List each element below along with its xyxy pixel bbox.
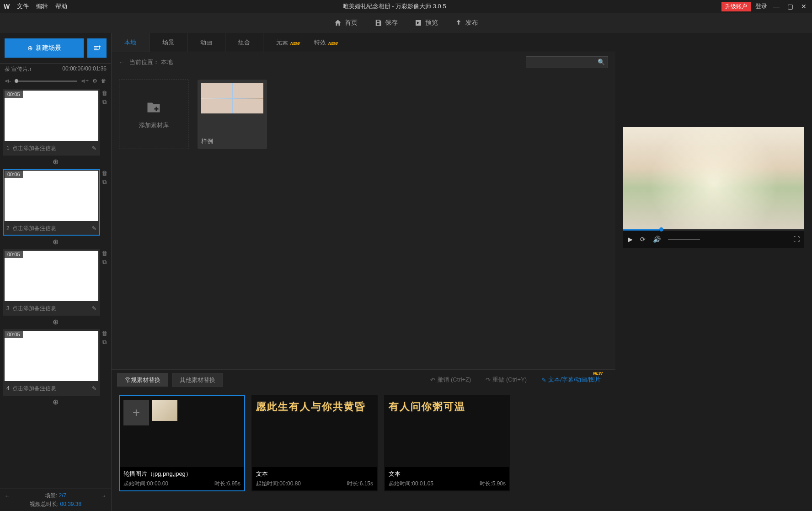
menu-help[interactable]: 帮助 [55, 2, 67, 11]
home-icon [334, 19, 342, 27]
add-scene-button[interactable]: ⊕ [3, 317, 108, 326]
trash-icon[interactable]: 🗑 [100, 170, 108, 177]
location-label: 当前位置： 本地 [129, 58, 173, 66]
scene-note[interactable]: 点击添加备注信息 [12, 305, 92, 312]
trash-icon[interactable]: 🗑 [100, 330, 108, 337]
material-item[interactable]: 愿此生有人与你共黄昏文本起始时间:00:00.80时长:6.15s [251, 395, 378, 491]
add-scene-button[interactable]: ⊕ [3, 157, 108, 166]
material-title: 文本 [256, 470, 373, 478]
play-button[interactable]: ▶ [628, 236, 633, 243]
minimize-button[interactable]: — [772, 3, 781, 10]
preview-volume-slider[interactable] [668, 239, 700, 240]
vol-down-button[interactable]: ⊲- [5, 78, 11, 84]
vol-up-button[interactable]: ⊲+ [81, 78, 89, 84]
image-thumb [152, 400, 177, 421]
login-button[interactable]: 登录 [755, 2, 767, 11]
scene-note[interactable]: 点击添加备注信息 [12, 145, 92, 152]
replace-tab[interactable]: 其他素材替换 [172, 373, 223, 387]
menu-edit[interactable]: 编辑 [36, 2, 48, 11]
scene-time: 00:05 [5, 331, 23, 338]
tab-本地[interactable]: 本地 [112, 33, 150, 52]
material-title: 轮播图片（jpg,png,jpeg） [123, 470, 240, 478]
window-title: 唯美婚礼纪念相册 - 万彩影像大师 3.0.5 [67, 2, 721, 11]
mute-button[interactable]: 🔊 [653, 236, 661, 243]
add-scene-button[interactable]: ⊕ [3, 237, 108, 246]
home-button[interactable]: 首页 [334, 19, 358, 27]
plus-icon: ⊕ [27, 44, 33, 52]
assets-panel: 本地场景动画组合元素NEW特效NEW ← 当前位置： 本地 🔍 添加素材库 样例 [112, 33, 615, 511]
scene-time: 00:06 [5, 171, 23, 178]
tab-元素[interactable]: 元素NEW [263, 33, 301, 52]
prev-scene-button[interactable]: ← [5, 493, 10, 499]
scene-time: 00:05 [5, 251, 23, 258]
scene-item[interactable]: 00:054点击添加备注信息✎ [3, 329, 100, 396]
save-button[interactable]: 保存 [374, 19, 398, 27]
text-preview: 愿此生有人与你共黄昏 [256, 400, 366, 414]
next-scene-button[interactable]: → [101, 493, 107, 499]
tab-动画[interactable]: 动画 [187, 33, 225, 52]
material-item[interactable]: +轮播图片（jpg,png,jpeg）起始时间:00:00.00时长:6.95s [119, 395, 245, 491]
sample-folder[interactable]: 样例 [198, 80, 267, 149]
trash-icon[interactable]: 🗑 [100, 90, 108, 97]
add-library-button[interactable]: 添加素材库 [119, 80, 188, 149]
scene-item[interactable]: 00:051点击添加备注信息✎ [3, 89, 100, 156]
preview-panel: ▶ ⟳ 🔊 ⛶ [615, 33, 812, 511]
main-toolbar: 首页 保存 预览 发布 [0, 13, 812, 33]
file-name: 茶 宣传片.r [5, 65, 32, 73]
trash-icon[interactable]: 🗑 [100, 250, 108, 257]
edit-icon[interactable]: ✎ [92, 305, 96, 312]
volume-slider[interactable] [15, 81, 77, 82]
close-button[interactable]: ✕ [799, 3, 808, 10]
new-scene-button[interactable]: ⊕ 新建场景 [5, 38, 84, 58]
edit-icon[interactable]: ✎ [92, 145, 96, 151]
scene-footer: ← 场景: 2/7 → 视频总时长: 00:39.38 [0, 489, 111, 511]
preview-button[interactable]: 预览 [414, 19, 438, 27]
fullscreen-button[interactable]: ⛶ [793, 236, 800, 243]
sort-icon [93, 44, 101, 52]
tab-场景[interactable]: 场景 [150, 33, 187, 52]
copy-icon[interactable]: ⧉ [100, 178, 108, 186]
upload-icon [454, 19, 463, 27]
copy-icon[interactable]: ⧉ [100, 258, 108, 266]
scene-note[interactable]: 点击添加备注信息 [12, 225, 92, 232]
replace-tab[interactable]: 常规素材替换 [117, 373, 168, 387]
redo-button: ↷ 重做 (Ctrl+Y) [486, 376, 527, 384]
scene-time: 00:05 [5, 91, 23, 98]
tab-组合[interactable]: 组合 [225, 33, 263, 52]
search-input[interactable]: 🔍 [526, 56, 608, 68]
folder-thumb [201, 83, 263, 113]
material-panel: 常规素材替换其他素材替换 ↶ 撤销 (Ctrl+Z) ↷ 重做 (Ctrl+Y)… [112, 369, 615, 511]
loop-button[interactable]: ⟳ [640, 236, 646, 243]
asset-tabs: 本地场景动画组合元素NEW特效NEW [112, 33, 615, 52]
undo-button: ↶ 撤销 (Ctrl+Z) [430, 376, 471, 384]
save-icon [374, 19, 382, 27]
seek-bar[interactable] [623, 229, 804, 231]
text-preview: 有人问你粥可温 [389, 400, 465, 414]
scene-item[interactable]: 00:053点击添加备注信息✎ [3, 249, 100, 316]
edit-icon[interactable]: ✎ [92, 225, 96, 231]
menu-file[interactable]: 文件 [17, 2, 29, 11]
copy-icon[interactable]: ⧉ [100, 339, 108, 346]
copy-icon[interactable]: ⧉ [100, 98, 108, 106]
scene-note[interactable]: 点击添加备注信息 [12, 385, 92, 393]
preview-icon [414, 19, 422, 27]
title-bar: W 文件 编辑 帮助 唯美婚礼纪念相册 - 万彩影像大师 3.0.5 升级账户 … [0, 0, 812, 13]
text-anim-button[interactable]: ✎ 文本/字幕/动画/图片 NEW [541, 376, 601, 384]
add-image-button[interactable]: + [123, 400, 149, 425]
add-scene-button[interactable]: ⊕ [3, 398, 108, 406]
upgrade-button[interactable]: 升级账户 [721, 2, 751, 11]
app-logo: W [4, 3, 10, 10]
edit-icon[interactable]: ✎ [92, 385, 96, 392]
preview-viewport [623, 127, 804, 229]
tab-特效[interactable]: 特效NEW [301, 33, 339, 52]
scene-list: 00:051点击添加备注信息✎🗑⧉⊕00:062点击添加备注信息✎🗑⧉⊕00:0… [0, 87, 111, 489]
publish-button[interactable]: 发布 [454, 19, 478, 27]
material-item[interactable]: 有人问你粥可温文本起始时间:00:01.05时长:5.90s [384, 395, 510, 491]
back-button[interactable]: ← [119, 59, 125, 66]
delete-icon[interactable]: 🗑 [101, 78, 107, 84]
search-icon: 🔍 [598, 59, 605, 65]
settings-icon[interactable]: ⚙ [92, 78, 97, 84]
sort-button[interactable] [87, 38, 107, 58]
scene-item[interactable]: 00:062点击添加备注信息✎ [3, 169, 100, 236]
maximize-button[interactable]: ▢ [785, 3, 795, 10]
